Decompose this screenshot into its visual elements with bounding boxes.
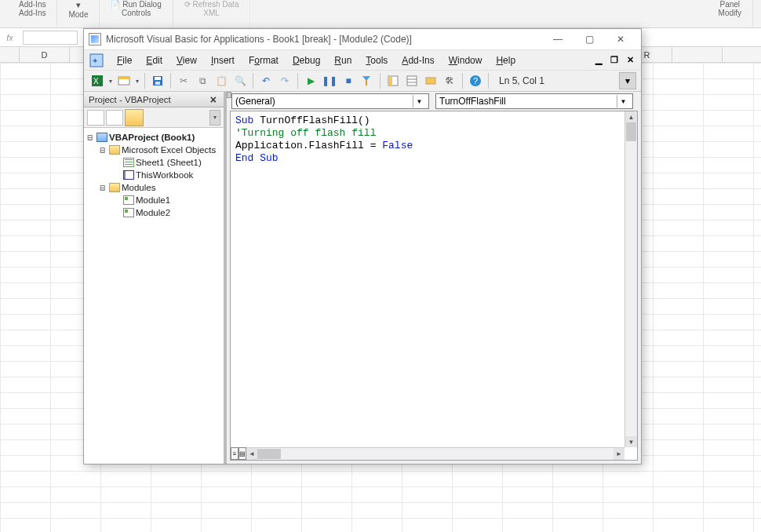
ribbon-addins-label: Add-Ins — [19, 0, 46, 9]
redo-icon[interactable]: ↷ — [276, 72, 293, 89]
ribbon-addins[interactable]: Add-InsAdd-Ins — [8, 0, 57, 27]
minimize-button[interactable]: — — [542, 31, 573, 48]
view-object-icon[interactable] — [106, 110, 123, 126]
mdi-minimize[interactable]: ▁ — [592, 55, 605, 66]
menu-help[interactable]: Help — [490, 53, 522, 68]
tree-thisworkbook-label: ThisWorkbook — [136, 169, 193, 181]
maximize-button[interactable]: ▢ — [573, 31, 605, 48]
paste-icon[interactable]: 📋 — [213, 72, 230, 89]
reset-icon[interactable]: ■ — [340, 72, 357, 89]
chevron-down-icon: ▼ — [413, 95, 425, 107]
code-line3: Application.FlashFill = — [235, 140, 382, 151]
menu-window[interactable]: Window — [442, 53, 489, 68]
hscroll-thumb[interactable] — [257, 449, 281, 459]
tree-sheet1[interactable]: Sheet1 (Sheet1) — [86, 156, 222, 169]
object-browser-icon[interactable] — [422, 72, 439, 89]
tree-root-label: VBAProject (Book1) — [109, 131, 195, 144]
project-icon — [96, 133, 107, 142]
menu-addins[interactable]: Add-Ins — [395, 53, 440, 68]
cut-icon[interactable]: ✂ — [175, 72, 192, 89]
tree-excel-objects[interactable]: ⊟Microsoft Excel Objects — [86, 144, 222, 156]
svg-rect-10 — [366, 80, 367, 86]
ribbon-panel-label: Panel — [719, 0, 740, 9]
object-dropdown[interactable]: (General) ▼ — [231, 93, 429, 109]
scroll-up-icon[interactable]: ▲ — [625, 111, 637, 122]
project-explorer-icon[interactable] — [384, 72, 402, 89]
view-code-icon[interactable] — [87, 110, 104, 126]
menu-run[interactable]: Run — [328, 53, 358, 68]
code-editor[interactable]: Sub TurnOffFlashFill() 'Turning off flas… — [230, 111, 638, 461]
find-icon[interactable]: 🔍 — [231, 72, 249, 89]
formula-input[interactable] — [23, 31, 78, 45]
ribbon-rundialog[interactable]: 📄 Run DialogControls — [100, 0, 173, 27]
save-icon[interactable] — [149, 72, 166, 89]
tree-module1[interactable]: Module1 — [86, 194, 222, 206]
ribbon-refresh: ⟳ Refresh DataXML — [173, 0, 251, 27]
ribbon-panel[interactable]: PanelModify — [708, 0, 753, 27]
tree-module1-label: Module1 — [136, 194, 170, 206]
menu-insert[interactable]: Insert — [205, 53, 241, 68]
undo-icon[interactable]: ↶ — [257, 72, 275, 89]
excel-ribbon: Add-InsAdd-Ins ▾Mode 📄 Run DialogControl… — [0, 0, 761, 28]
menu-debug[interactable]: Debug — [286, 53, 326, 68]
horizontal-scrollbar[interactable]: ◄ ► — [246, 447, 624, 460]
copy-icon[interactable]: ⧉ — [194, 72, 211, 89]
properties-icon[interactable] — [403, 72, 421, 89]
tree-thisworkbook[interactable]: ThisWorkbook — [86, 169, 222, 181]
tree-root[interactable]: ⊟VBAProject (Book1) — [86, 131, 222, 144]
toolbox-icon[interactable]: 🛠 — [441, 72, 458, 89]
close-button[interactable]: ✕ — [605, 31, 636, 48]
menu-bar: ✦ FFileile Edit View Insert Format Debug… — [84, 49, 641, 70]
view-excel-drop[interactable]: ▾ — [107, 78, 114, 85]
procedure-dropdown[interactable]: TurnOffFlashFill ▼ — [435, 93, 633, 109]
chevron-down-icon: ▼ — [617, 95, 629, 107]
kw-endsub: End Sub — [235, 152, 279, 164]
svg-text:X: X — [93, 77, 99, 86]
insert-module-icon[interactable] — [115, 72, 133, 89]
tree-module2[interactable]: Module2 — [86, 206, 222, 219]
insert-drop[interactable]: ▾ — [134, 78, 140, 85]
title-bar[interactable]: Microsoft Visual Basic for Applications … — [84, 29, 641, 49]
project-pane-title-text: Project - VBAProject — [89, 95, 171, 104]
break-icon[interactable]: ❚❚ — [321, 72, 338, 89]
tree-modules[interactable]: ⊟Modules — [86, 181, 222, 194]
kw-false: False — [382, 140, 413, 151]
run-icon[interactable]: ▶ — [302, 72, 319, 89]
menu-file[interactable]: FFileile — [111, 53, 138, 68]
mdi-close[interactable]: ✕ — [624, 55, 636, 66]
menu-format[interactable]: Format — [242, 53, 285, 68]
col-D[interactable]: D — [20, 47, 70, 62]
ribbon-mode[interactable]: ▾Mode — [57, 0, 100, 27]
svg-text:?: ? — [473, 76, 478, 86]
code-content[interactable]: Sub TurnOffFlashFill() 'Turning off flas… — [231, 111, 637, 168]
help-icon[interactable]: ? — [467, 72, 484, 89]
code-comment: 'Turning off flash fill — [235, 127, 376, 139]
menu-tools[interactable]: Tools — [359, 53, 394, 68]
project-pane-overflow[interactable]: ▾ — [209, 110, 220, 126]
project-pane-toolbar: ▾ — [84, 107, 224, 128]
scroll-down-icon[interactable]: ▼ — [625, 436, 637, 447]
cursor-position: Ln 5, Col 1 — [493, 75, 551, 86]
folder-icon — [109, 183, 120, 192]
project-pane-title[interactable]: Project - VBAProject × — [84, 92, 224, 107]
tree-sheet1-label: Sheet1 (Sheet1) — [136, 156, 202, 169]
vertical-scrollbar[interactable]: ▲ ▼ — [624, 111, 637, 447]
app-icon — [89, 33, 101, 46]
mdi-restore[interactable]: ❐ — [608, 55, 621, 66]
toolbar-overflow-icon[interactable]: ▾ — [619, 72, 636, 89]
design-mode-icon[interactable] — [359, 72, 376, 89]
project-tree[interactable]: ⊟VBAProject (Book1) ⊟Microsoft Excel Obj… — [84, 128, 224, 464]
svg-rect-5 — [118, 77, 129, 79]
procedure-view-icon[interactable]: ≡ — [231, 447, 238, 460]
splitter-handle[interactable] — [227, 92, 231, 98]
project-pane-close[interactable]: × — [208, 93, 219, 106]
svg-rect-16 — [426, 78, 435, 84]
menu-view[interactable]: View — [170, 53, 203, 68]
scroll-thumb[interactable] — [626, 122, 636, 141]
view-excel-icon[interactable]: X — [89, 72, 106, 89]
full-module-view-icon[interactable]: ▤ — [238, 447, 246, 460]
menu-edit[interactable]: Edit — [140, 53, 169, 68]
scroll-right-icon[interactable]: ► — [614, 448, 624, 460]
toggle-folders-icon[interactable] — [125, 109, 144, 126]
scroll-left-icon[interactable]: ◄ — [246, 448, 257, 460]
